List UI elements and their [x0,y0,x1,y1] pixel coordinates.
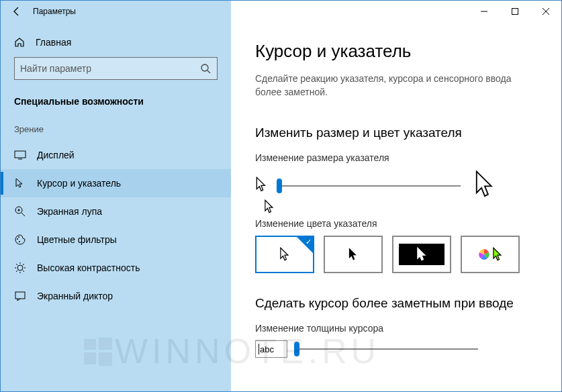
svg-rect-1 [512,9,518,15]
contrast-icon [14,262,26,274]
pointer-color-options: ✓ [255,236,537,273]
slider-thumb[interactable] [294,342,299,356]
magnifier-icon [14,205,26,217]
sidebar-item-label: Дисплей [37,150,75,160]
page-description: Сделайте реакцию указателя, курсора и се… [255,72,537,99]
group-label: Зрение [1,120,231,141]
section-title: Специальные возможности [1,92,231,120]
sidebar-item-magnifier[interactable]: Экранная лупа [1,197,231,226]
sidebar-item-colorfilters[interactable]: Цветные фильтры [1,226,231,254]
pointer-size-label: Изменение размера указателя [255,152,537,163]
pointer-color-inverted[interactable] [392,236,451,273]
pointer-color-white[interactable]: ✓ [255,236,314,273]
title-bar: Параметры [1,1,231,22]
svg-point-14 [19,241,20,242]
svg-line-22 [16,271,17,272]
palette-icon [14,234,26,246]
cursor-icon [14,177,26,189]
cursor-thickness-label: Изменение толщины курсора [255,323,537,334]
svg-point-4 [201,64,208,71]
svg-rect-6 [15,151,26,158]
close-button[interactable] [530,1,561,22]
pointer-large-icon [473,170,497,202]
minimize-button[interactable] [469,1,500,22]
home-nav[interactable]: Главная [1,32,231,57]
sidebar-item-label: Экранный диктор [37,291,113,301]
svg-line-9 [21,213,25,216]
section-pointer-title: Изменить размер и цвет указателя [255,126,537,140]
window-title: Параметры [33,7,76,16]
page-title: Курсор и указатель [255,41,537,62]
window-controls [469,1,561,22]
narrator-icon [14,290,26,302]
pointer-color-custom[interactable] [461,236,520,273]
sidebar-item-label: Цветные фильтры [37,234,117,245]
sidebar-item-cursor[interactable]: Курсор и указатель [1,169,231,197]
svg-point-12 [17,238,18,240]
pointer-small-icon [255,177,267,195]
back-button[interactable] [10,5,24,18]
section-cursor-title: Сделать курсор более заметным при вводе [255,296,537,311]
pointer-size-slider[interactable] [279,185,461,187]
display-icon [14,149,26,161]
svg-line-20 [16,264,17,265]
sidebar: Главная Специальные возможности Зрение Д… [1,22,231,391]
main-panel: Курсор и указатель Сделайте реакцию указ… [231,22,561,391]
sidebar-item-contrast[interactable]: Высокая контрастность [1,254,231,282]
check-icon: ✓ [306,238,312,246]
pointer-color-black[interactable] [324,236,383,273]
svg-line-5 [207,70,210,73]
sidebar-item-label: Высокая контрастность [37,262,140,273]
svg-line-23 [23,264,24,265]
cursor-thickness-slider[interactable] [297,348,478,350]
svg-line-21 [23,271,24,272]
maximize-button[interactable] [500,1,530,22]
sidebar-item-label: Курсор и указатель [37,178,121,189]
svg-rect-24 [15,292,25,299]
sidebar-item-narrator[interactable]: Экранный диктор [1,282,231,310]
search-input[interactable] [14,57,218,80]
search-field[interactable] [20,63,199,74]
search-icon [199,62,212,75]
slider-thumb[interactable] [277,179,282,193]
cursor-thickness-preview: abc [255,340,287,358]
sidebar-item-label: Экранная лупа [37,206,102,217]
sidebar-item-display[interactable]: Дисплей [1,141,231,169]
home-icon [14,37,25,48]
pointer-color-label: Изменение цвета указателя [255,218,537,229]
svg-point-13 [18,236,19,238]
home-label: Главная [36,37,71,48]
svg-point-15 [17,265,23,271]
